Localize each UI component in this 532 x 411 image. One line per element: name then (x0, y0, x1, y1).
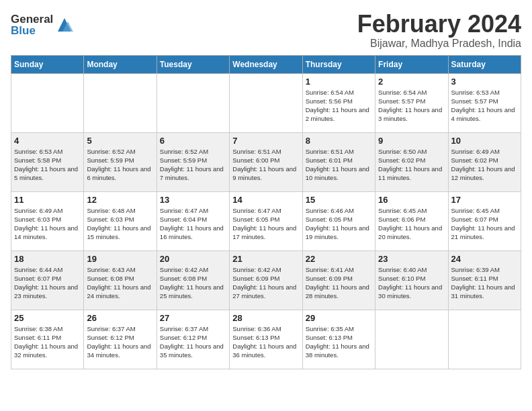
calendar-cell: 16Sunrise: 6:45 AMSunset: 6:06 PMDayligh… (375, 191, 448, 250)
calendar-week-row: 11Sunrise: 6:49 AMSunset: 6:03 PMDayligh… (11, 191, 521, 250)
day-number: 19 (87, 254, 153, 264)
calendar-table: SundayMondayTuesdayWednesdayThursdayFrid… (11, 55, 521, 369)
calendar-week-row: 25Sunrise: 6:38 AMSunset: 6:11 PMDayligh… (11, 310, 521, 369)
day-info: Sunrise: 6:47 AMSunset: 6:05 PMDaylight:… (232, 206, 299, 242)
header: General Blue February 2024 Bijawar, Madh… (11, 11, 521, 50)
calendar-cell: 15Sunrise: 6:46 AMSunset: 6:05 PMDayligh… (302, 191, 375, 250)
day-number: 21 (232, 254, 299, 264)
day-info: Sunrise: 6:41 AMSunset: 6:09 PMDaylight:… (306, 265, 372, 301)
day-number: 17 (451, 195, 518, 205)
day-number: 1 (306, 77, 372, 87)
day-number: 6 (160, 136, 226, 146)
day-info: Sunrise: 6:45 AMSunset: 6:07 PMDaylight:… (451, 206, 518, 242)
location-title: Bijawar, Madhya Pradesh, India (357, 38, 521, 50)
calendar-cell: 10Sunrise: 6:49 AMSunset: 6:02 PMDayligh… (448, 132, 521, 191)
calendar-cell: 3Sunrise: 6:53 AMSunset: 5:57 PMDaylight… (448, 73, 521, 132)
day-number: 26 (87, 313, 153, 323)
calendar-cell: 9Sunrise: 6:50 AMSunset: 6:02 PMDaylight… (375, 132, 448, 191)
day-info: Sunrise: 6:53 AMSunset: 5:57 PMDaylight:… (451, 88, 518, 124)
day-number: 3 (451, 77, 518, 87)
weekday-header: Saturday (448, 55, 521, 73)
calendar-cell (84, 73, 157, 132)
day-number: 29 (306, 313, 372, 323)
day-info: Sunrise: 6:54 AMSunset: 5:56 PMDaylight:… (306, 88, 372, 124)
day-info: Sunrise: 6:35 AMSunset: 6:13 PMDaylight:… (306, 324, 372, 360)
calendar-cell: 7Sunrise: 6:51 AMSunset: 6:00 PMDaylight… (230, 132, 302, 191)
calendar-cell: 13Sunrise: 6:47 AMSunset: 6:04 PMDayligh… (157, 191, 229, 250)
logo-general: General (11, 13, 53, 25)
calendar-cell: 26Sunrise: 6:37 AMSunset: 6:12 PMDayligh… (84, 310, 157, 369)
calendar-cell: 2Sunrise: 6:54 AMSunset: 5:57 PMDaylight… (375, 73, 448, 132)
day-info: Sunrise: 6:50 AMSunset: 6:02 PMDaylight:… (378, 147, 445, 183)
day-number: 11 (14, 195, 81, 205)
calendar-cell: 29Sunrise: 6:35 AMSunset: 6:13 PMDayligh… (302, 310, 375, 369)
calendar-cell (375, 310, 448, 369)
title-area: February 2024 Bijawar, Madhya Pradesh, I… (357, 11, 521, 50)
day-info: Sunrise: 6:49 AMSunset: 6:02 PMDaylight:… (451, 147, 518, 183)
calendar-cell: 8Sunrise: 6:51 AMSunset: 6:01 PMDaylight… (302, 132, 375, 191)
calendar-cell: 21Sunrise: 6:42 AMSunset: 6:09 PMDayligh… (230, 250, 302, 310)
calendar-week-row: 18Sunrise: 6:44 AMSunset: 6:07 PMDayligh… (11, 250, 521, 310)
calendar-cell: 20Sunrise: 6:42 AMSunset: 6:08 PMDayligh… (157, 250, 229, 310)
day-info: Sunrise: 6:38 AMSunset: 6:11 PMDaylight:… (14, 324, 81, 360)
calendar-header-row: SundayMondayTuesdayWednesdayThursdayFrid… (11, 55, 521, 73)
weekday-header: Thursday (302, 55, 375, 73)
day-info: Sunrise: 6:46 AMSunset: 6:05 PMDaylight:… (306, 206, 372, 242)
day-number: 8 (306, 136, 372, 146)
calendar-cell: 22Sunrise: 6:41 AMSunset: 6:09 PMDayligh… (302, 250, 375, 310)
calendar-cell: 17Sunrise: 6:45 AMSunset: 6:07 PMDayligh… (448, 191, 521, 250)
day-info: Sunrise: 6:54 AMSunset: 5:57 PMDaylight:… (378, 88, 445, 124)
weekday-header: Friday (375, 55, 448, 73)
calendar-cell: 12Sunrise: 6:48 AMSunset: 6:03 PMDayligh… (84, 191, 157, 250)
day-number: 28 (232, 313, 299, 323)
day-info: Sunrise: 6:52 AMSunset: 5:59 PMDaylight:… (87, 147, 153, 183)
day-info: Sunrise: 6:52 AMSunset: 5:59 PMDaylight:… (160, 147, 226, 183)
calendar-cell: 24Sunrise: 6:39 AMSunset: 6:11 PMDayligh… (448, 250, 521, 310)
weekday-header: Sunday (11, 55, 84, 73)
calendar-cell (448, 310, 521, 369)
calendar-cell (157, 73, 229, 132)
logo-icon (54, 15, 75, 35)
day-info: Sunrise: 6:47 AMSunset: 6:04 PMDaylight:… (160, 206, 226, 242)
day-number: 15 (306, 195, 372, 205)
calendar-cell: 11Sunrise: 6:49 AMSunset: 6:03 PMDayligh… (11, 191, 84, 250)
day-info: Sunrise: 6:44 AMSunset: 6:07 PMDaylight:… (14, 265, 81, 301)
calendar-cell (11, 73, 84, 132)
calendar-cell: 28Sunrise: 6:36 AMSunset: 6:13 PMDayligh… (230, 310, 302, 369)
day-info: Sunrise: 6:36 AMSunset: 6:13 PMDaylight:… (232, 324, 299, 360)
calendar-cell: 1Sunrise: 6:54 AMSunset: 5:56 PMDaylight… (302, 73, 375, 132)
calendar-cell: 4Sunrise: 6:53 AMSunset: 5:58 PMDaylight… (11, 132, 84, 191)
calendar-cell: 5Sunrise: 6:52 AMSunset: 5:59 PMDaylight… (84, 132, 157, 191)
day-number: 7 (232, 136, 299, 146)
day-number: 22 (306, 254, 372, 264)
day-number: 18 (14, 254, 81, 264)
day-info: Sunrise: 6:40 AMSunset: 6:10 PMDaylight:… (378, 265, 445, 301)
day-number: 2 (378, 77, 445, 87)
calendar-cell: 19Sunrise: 6:43 AMSunset: 6:08 PMDayligh… (84, 250, 157, 310)
day-number: 12 (87, 195, 153, 205)
calendar-cell: 6Sunrise: 6:52 AMSunset: 5:59 PMDaylight… (157, 132, 229, 191)
calendar-cell: 14Sunrise: 6:47 AMSunset: 6:05 PMDayligh… (230, 191, 302, 250)
weekday-header: Tuesday (157, 55, 229, 73)
day-number: 27 (160, 313, 226, 323)
calendar-cell (230, 73, 302, 132)
day-info: Sunrise: 6:42 AMSunset: 6:09 PMDaylight:… (232, 265, 299, 301)
day-info: Sunrise: 6:48 AMSunset: 6:03 PMDaylight:… (87, 206, 153, 242)
day-info: Sunrise: 6:53 AMSunset: 5:58 PMDaylight:… (14, 147, 81, 183)
day-info: Sunrise: 6:42 AMSunset: 6:08 PMDaylight:… (160, 265, 226, 301)
weekday-header: Monday (84, 55, 157, 73)
day-number: 20 (160, 254, 226, 264)
day-number: 10 (451, 136, 518, 146)
calendar-cell: 27Sunrise: 6:37 AMSunset: 6:12 PMDayligh… (157, 310, 229, 369)
day-info: Sunrise: 6:43 AMSunset: 6:08 PMDaylight:… (87, 265, 153, 301)
calendar-cell: 18Sunrise: 6:44 AMSunset: 6:07 PMDayligh… (11, 250, 84, 310)
weekday-header: Wednesday (230, 55, 302, 73)
day-number: 23 (378, 254, 445, 264)
day-info: Sunrise: 6:37 AMSunset: 6:12 PMDaylight:… (160, 324, 226, 360)
month-title: February 2024 (357, 11, 521, 38)
day-number: 14 (232, 195, 299, 205)
day-number: 5 (87, 136, 153, 146)
day-number: 13 (160, 195, 226, 205)
day-info: Sunrise: 6:39 AMSunset: 6:11 PMDaylight:… (451, 265, 518, 301)
calendar-week-row: 4Sunrise: 6:53 AMSunset: 5:58 PMDaylight… (11, 132, 521, 191)
